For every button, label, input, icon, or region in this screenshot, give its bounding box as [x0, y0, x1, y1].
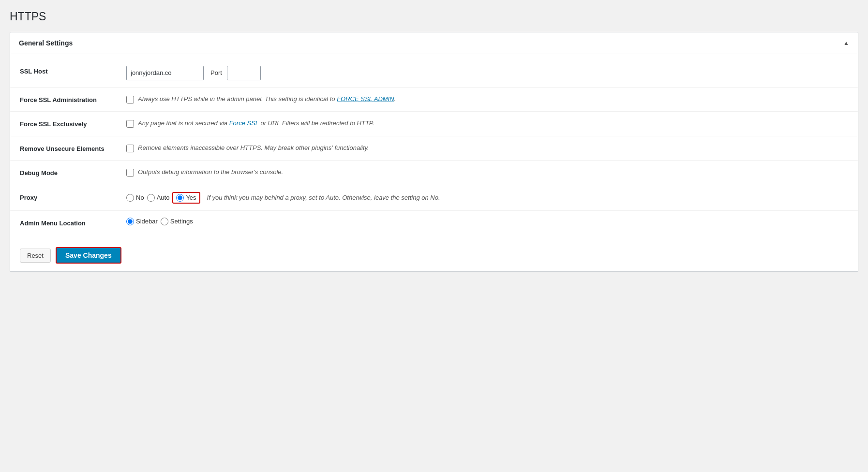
admin-menu-location-control: Sidebar Settings	[126, 218, 848, 225]
proxy-radio-no[interactable]	[126, 194, 134, 202]
ssl-host-label: SSL Host	[20, 66, 126, 76]
remove-unsecure-desc: Remove elements inaccessible over HTTPS.…	[138, 143, 369, 153]
force-ssl-admin-row: Force SSL Administration Always use HTTP…	[10, 88, 858, 112]
proxy-auto-label: Auto	[157, 194, 170, 201]
proxy-radio-auto[interactable]	[147, 194, 155, 202]
force-ssl-exclusively-desc: Any page that is not secured via Force S…	[138, 118, 374, 128]
buttons-row: Reset Save Changes	[10, 239, 858, 271]
panel-body: SSL Host Port Force SSL Administration A…	[10, 54, 858, 240]
ssl-host-input[interactable]	[126, 66, 204, 80]
reset-button[interactable]: Reset	[20, 249, 51, 263]
debug-mode-checkbox[interactable]	[126, 169, 134, 177]
debug-mode-checkbox-row: Outputs debug information to the browser…	[126, 167, 283, 177]
panel-header-title: General Settings	[19, 39, 73, 47]
debug-mode-desc: Outputs debug information to the browser…	[138, 167, 283, 177]
admin-menu-settings-radio[interactable]	[161, 218, 168, 225]
ssl-host-group: Port	[126, 66, 261, 80]
debug-mode-row: Debug Mode Outputs debug information to …	[10, 161, 858, 185]
proxy-radio-group: No Auto Yes If you think you may behind …	[126, 192, 440, 204]
port-label: Port	[210, 69, 222, 76]
remove-unsecure-row: Remove Unsecure Elements Remove elements…	[10, 136, 858, 161]
debug-mode-control: Outputs debug information to the browser…	[126, 167, 848, 177]
force-ssl-exclusively-label: Force SSL Exclusively	[20, 118, 126, 129]
admin-menu-settings-label: Settings	[170, 218, 193, 225]
admin-menu-sidebar-radio[interactable]	[126, 218, 134, 225]
force-ssl-admin-label: Force SSL Administration	[20, 94, 126, 105]
settings-panel: General Settings ▲ SSL Host Port Force S…	[10, 32, 858, 272]
debug-mode-label: Debug Mode	[20, 167, 126, 178]
proxy-label: Proxy	[20, 192, 126, 203]
proxy-option-yes[interactable]: Yes	[176, 194, 196, 202]
proxy-yes-highlight: Yes	[172, 192, 200, 204]
remove-unsecure-label: Remove Unsecure Elements	[20, 143, 126, 154]
panel-header[interactable]: General Settings ▲	[10, 32, 858, 54]
force-ssl-link[interactable]: Force SSL	[229, 119, 259, 127]
force-ssl-admin-desc: Always use HTTPS while in the admin pane…	[138, 94, 396, 104]
proxy-option-no[interactable]: No	[126, 194, 144, 202]
proxy-row: Proxy No Auto Yes	[10, 185, 858, 211]
force-ssl-admin-control: Always use HTTPS while in the admin pane…	[126, 94, 848, 104]
admin-menu-location-radio-group: Sidebar Settings	[126, 218, 193, 225]
force-ssl-admin-checkbox-row: Always use HTTPS while in the admin pane…	[126, 94, 396, 104]
proxy-desc: If you think you may behind a proxy, set…	[207, 193, 440, 203]
proxy-no-label: No	[136, 194, 144, 201]
admin-menu-location-row: Admin Menu Location Sidebar Settings	[10, 211, 858, 235]
ssl-host-control: Port	[126, 66, 848, 80]
collapse-icon: ▲	[843, 40, 849, 46]
proxy-control: No Auto Yes If you think you may behind …	[126, 192, 848, 204]
remove-unsecure-checkbox[interactable]	[126, 145, 134, 152]
ssl-host-row: SSL Host Port	[10, 59, 858, 88]
port-input[interactable]	[227, 66, 261, 80]
admin-menu-sidebar-label: Sidebar	[136, 218, 158, 225]
admin-menu-sidebar-option[interactable]: Sidebar	[126, 218, 158, 225]
admin-menu-settings-option[interactable]: Settings	[161, 218, 193, 225]
remove-unsecure-checkbox-row: Remove elements inaccessible over HTTPS.…	[126, 143, 369, 153]
force-ssl-exclusively-control: Any page that is not secured via Force S…	[126, 118, 848, 128]
proxy-radio-yes[interactable]	[176, 194, 184, 202]
force-ssl-exclusively-checkbox-row: Any page that is not secured via Force S…	[126, 118, 374, 128]
proxy-option-auto[interactable]: Auto	[147, 194, 170, 202]
remove-unsecure-control: Remove elements inaccessible over HTTPS.…	[126, 143, 848, 153]
force-ssl-admin-checkbox[interactable]	[126, 96, 134, 103]
save-button[interactable]: Save Changes	[56, 247, 121, 264]
proxy-yes-label: Yes	[186, 194, 196, 201]
page-title: HTTPS	[10, 10, 858, 24]
admin-menu-location-label: Admin Menu Location	[20, 218, 126, 228]
force-ssl-exclusively-checkbox[interactable]	[126, 120, 134, 128]
force-ssl-exclusively-row: Force SSL Exclusively Any page that is n…	[10, 112, 858, 136]
force-ssl-admin-link[interactable]: FORCE SSL ADMIN	[337, 95, 394, 103]
